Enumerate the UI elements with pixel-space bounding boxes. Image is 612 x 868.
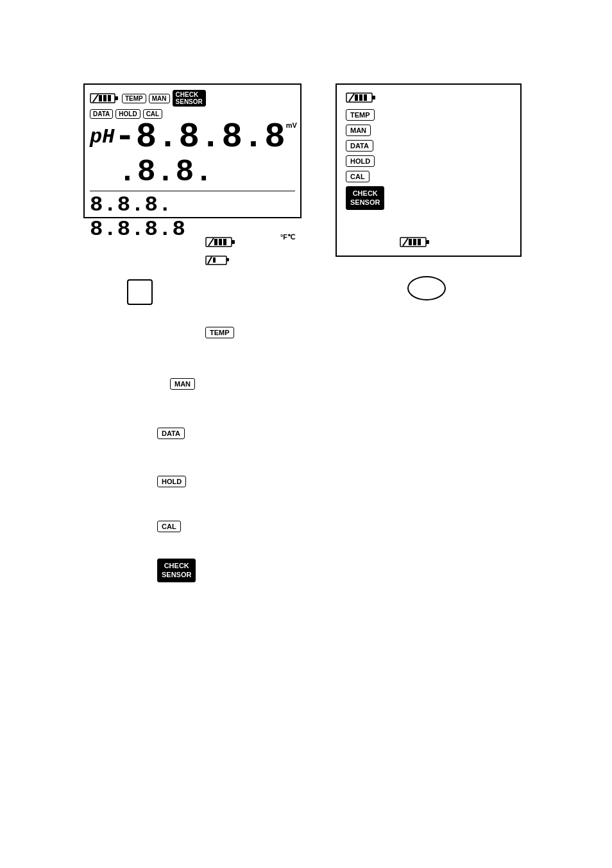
right-panel-item-temp: TEMP <box>346 109 511 121</box>
check-sensor-badge-main: CHECK SENSOR <box>173 90 206 107</box>
svg-line-24 <box>403 238 408 246</box>
lcd-panel: TEMP MAN CHECK SENSOR DATA HOLD CAL pH -… <box>83 83 302 218</box>
svg-rect-10 <box>359 94 362 101</box>
svg-rect-7 <box>372 96 375 100</box>
right-panel-item-data: DATA <box>346 140 511 152</box>
svg-rect-25 <box>409 239 412 245</box>
dot-digits: .8.8. <box>118 155 214 189</box>
right-panel-item-man: MAN <box>346 125 511 136</box>
lcd-bottom-row: 8.8.8. 8.8.8.8 °F℃ <box>90 191 295 241</box>
svg-rect-27 <box>418 239 421 245</box>
battery-icon-scattered-low <box>205 255 231 269</box>
svg-line-14 <box>208 238 214 246</box>
svg-rect-3 <box>99 95 102 101</box>
temp-badge-right: TEMP <box>346 109 375 121</box>
oval-indicator <box>407 276 446 300</box>
svg-rect-13 <box>232 240 235 244</box>
right-panel-item-cal: CAL <box>346 171 511 182</box>
svg-rect-5 <box>108 95 111 101</box>
temp-units: °F℃ <box>280 233 295 241</box>
svg-rect-23 <box>426 240 429 244</box>
battery-icon-right <box>346 91 378 104</box>
man-badge-standalone: MAN <box>170 378 195 390</box>
svg-rect-19 <box>226 258 229 261</box>
man-badge-main: MAN <box>149 94 170 103</box>
svg-rect-9 <box>355 94 358 101</box>
battery-icon-main <box>90 92 119 105</box>
temp-badge-main: TEMP <box>122 94 146 103</box>
right-panel-item-hold: HOLD <box>346 155 511 167</box>
svg-rect-4 <box>103 95 106 101</box>
right-panel-item-check-sensor: CHECK SENSOR <box>346 186 511 210</box>
svg-rect-17 <box>223 239 226 245</box>
lcd-main-display: pH -8.8.8.8 mV <box>90 120 295 155</box>
svg-rect-15 <box>214 239 217 245</box>
mv-label: mV <box>286 121 297 129</box>
svg-rect-21 <box>213 257 216 263</box>
man-badge-right: MAN <box>346 125 371 136</box>
dot-digits-row: .8.8. <box>118 155 295 189</box>
hold-badge-right: HOLD <box>346 155 375 167</box>
temp-badge-standalone: TEMP <box>205 326 234 338</box>
svg-line-2 <box>93 94 98 102</box>
svg-line-8 <box>349 94 354 101</box>
cal-badge-standalone: CAL <box>157 520 181 532</box>
svg-rect-26 <box>413 239 416 245</box>
svg-rect-18 <box>206 256 226 265</box>
svg-rect-11 <box>364 94 367 101</box>
check-sensor-badge-right: CHECK SENSOR <box>346 186 384 210</box>
svg-line-20 <box>208 257 212 264</box>
check-sensor-badge-standalone: CHECK SENSOR <box>157 559 196 582</box>
battery-icon-scattered-full <box>205 236 237 251</box>
ph-label: pH <box>90 127 114 148</box>
data-badge-main: DATA <box>90 109 113 119</box>
right-panel-battery <box>346 91 511 104</box>
square-indicator <box>127 279 153 305</box>
bottom-digits: 8.8.8. 8.8.8.8 <box>90 193 280 241</box>
data-badge-right: DATA <box>346 140 373 152</box>
data-badge-standalone: DATA <box>157 427 185 439</box>
right-panel: TEMP MAN DATA HOLD CAL CHECK SENSOR <box>336 83 522 257</box>
main-digits: -8.8.8.8 <box>114 120 285 155</box>
cal-badge-right: CAL <box>346 171 370 182</box>
battery-icon-scattered-right <box>400 236 432 251</box>
hold-badge-standalone: HOLD <box>157 475 186 487</box>
svg-rect-1 <box>115 96 118 100</box>
svg-rect-16 <box>219 239 222 245</box>
lcd-top-row: TEMP MAN CHECK SENSOR <box>90 90 295 107</box>
